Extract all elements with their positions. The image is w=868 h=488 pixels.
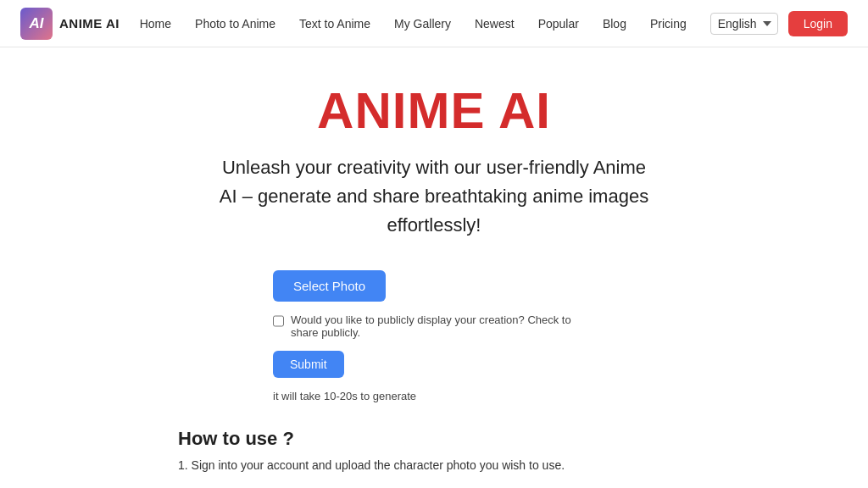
public-display-checkbox[interactable]	[273, 315, 284, 327]
hero-subtitle: Unleash your creativity with our user-fr…	[214, 153, 654, 240]
brand-link[interactable]: AI ANIME AI	[20, 8, 120, 40]
brand-name: ANIME AI	[59, 16, 120, 30]
nav-link-text-to-anime[interactable]: Text to Anime	[299, 17, 370, 30]
main-content: ANIME AI Unleash your creativity with ou…	[0, 47, 868, 488]
generate-hint: it will take 10-20s to generate	[273, 390, 416, 402]
upload-section: Select Photo Would you like to publicly …	[273, 270, 595, 402]
nav-link-popular[interactable]: Popular	[538, 17, 579, 30]
how-to-use-section: How to use ? 1. Sign into your account a…	[178, 428, 822, 475]
submit-button[interactable]: Submit	[273, 351, 344, 378]
language-select[interactable]: English 日本語 中文	[710, 13, 778, 35]
navbar: AI ANIME AI HomePhoto to AnimeText to An…	[0, 0, 868, 47]
public-display-label: Would you like to publicly display your …	[291, 313, 595, 339]
nav-link-blog[interactable]: Blog	[603, 17, 626, 30]
how-to-use-step: 1. Sign into your account and upload the…	[178, 458, 822, 472]
nav-links: HomePhoto to AnimeText to AnimeMy Galler…	[140, 16, 687, 31]
select-photo-button[interactable]: Select Photo	[273, 270, 386, 302]
public-display-row: Would you like to publicly display your …	[273, 313, 595, 339]
hero-title: ANIME AI	[317, 81, 551, 140]
brand-logo-text: AI	[30, 15, 44, 32]
brand-logo: AI	[20, 8, 53, 40]
nav-link-home[interactable]: Home	[140, 17, 171, 30]
nav-link-photo-to-anime[interactable]: Photo to Anime	[195, 17, 275, 30]
how-to-use-list: 1. Sign into your account and upload the…	[178, 458, 822, 472]
nav-link-my-gallery[interactable]: My Gallery	[394, 17, 451, 30]
how-to-use-title: How to use ?	[178, 428, 822, 450]
nav-link-newest[interactable]: Newest	[475, 17, 515, 30]
nav-link-pricing[interactable]: Pricing	[650, 17, 687, 30]
nav-right: English 日本語 中文 Login	[710, 11, 848, 36]
login-button[interactable]: Login	[788, 11, 848, 36]
